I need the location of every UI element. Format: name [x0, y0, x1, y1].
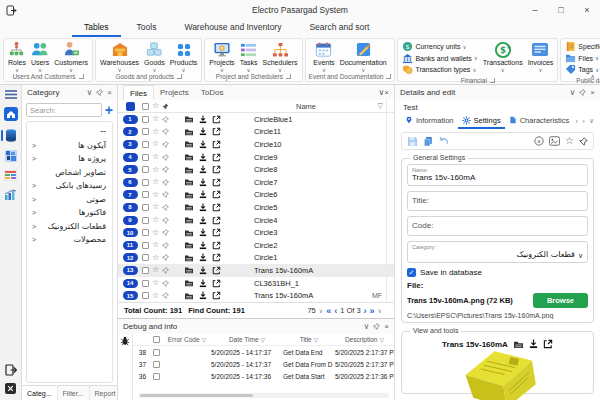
ribbon-button-warehouses[interactable]: Warehouses∨ [98, 40, 141, 73]
dialog-launcher-icon[interactable] [177, 74, 182, 79]
open-external-icon[interactable] [212, 178, 221, 187]
folder-icon[interactable] [184, 203, 194, 211]
undo-icon[interactable] [438, 136, 449, 146]
star-icon[interactable]: ☆ [152, 292, 159, 300]
star-icon[interactable]: ☆ [152, 191, 159, 199]
row-checkbox[interactable] [153, 349, 160, 356]
row-checkbox[interactable] [142, 166, 149, 173]
row-checkbox[interactable] [142, 217, 149, 224]
tab-report[interactable]: Report [90, 386, 122, 400]
folder-icon[interactable] [184, 128, 194, 136]
ribbon-tab-warehouse-and-inventory[interactable]: Warehouse and Inventory [172, 20, 293, 37]
ribbon-button-transactions[interactable]: $Transactions∨ [481, 40, 525, 73]
title-field[interactable]: Title: [407, 191, 588, 211]
folder-icon[interactable] [184, 241, 194, 249]
row-checkbox[interactable] [142, 154, 149, 161]
ribbon-button-invoices[interactable]: Invoices∨ [526, 40, 556, 73]
name-column-header[interactable]: Name [226, 102, 386, 111]
open-external-icon[interactable] [212, 165, 221, 174]
close-icon[interactable]: × [107, 88, 112, 97]
download-icon[interactable] [199, 216, 207, 225]
name-field[interactable]: Name: Trans 15v-160mA [407, 164, 588, 186]
ribbon-button-schedulers[interactable]: Schedulers∨ [261, 40, 300, 73]
row-checkbox[interactable] [142, 204, 149, 211]
tab-filters[interactable]: Filter... [58, 386, 90, 400]
tree-item-[interactable]: >رسیدهای بانکی [29, 179, 110, 193]
open-external-icon[interactable] [212, 203, 221, 212]
folder-icon[interactable] [184, 115, 194, 123]
table-row[interactable]: 3☆Circle10 [118, 138, 394, 151]
exit-icon[interactable] [5, 364, 17, 376]
bug-icon[interactable] [120, 336, 130, 400]
minimize-button[interactable]: – [522, 0, 548, 20]
pin-icon[interactable] [162, 280, 169, 287]
scrollbar-thumb[interactable] [140, 394, 253, 397]
folder-icon[interactable] [184, 254, 194, 262]
tab-projects[interactable]: Projects [154, 85, 195, 100]
star-icon[interactable]: ☆ [152, 102, 159, 110]
ribbon-tab-search-and-sort[interactable]: Search and sort [297, 20, 381, 37]
save-in-database-checkbox[interactable]: ✓ Save in database [407, 268, 588, 277]
table-row[interactable]: 13☆Trans 15v-160mA [118, 264, 394, 277]
row-checkbox[interactable] [153, 361, 160, 368]
horizontal-scrollbar[interactable] [138, 393, 389, 398]
last-page-button[interactable]: » [370, 306, 375, 316]
download-icon[interactable] [199, 228, 207, 237]
ribbon-button-projects[interactable]: Projects∨ [207, 40, 236, 73]
star-icon[interactable]: ☆ [152, 140, 159, 148]
copy-icon[interactable] [423, 136, 433, 147]
search-input[interactable] [26, 103, 102, 117]
pin-icon[interactable] [162, 116, 169, 123]
pin-icon[interactable] [162, 166, 169, 173]
tree-item-[interactable]: >قطعات الکترونیک [29, 220, 110, 234]
ribbon-button-documentation[interactable]: Documentation∨ [338, 40, 389, 73]
filter-icon[interactable]: ▽ [314, 336, 319, 343]
ribbon-button-tasks[interactable]: Tasks∨ [238, 40, 260, 73]
ribbon-button-roles[interactable]: Roles∨ [6, 40, 28, 73]
filter-icon[interactable]: ▽ [378, 102, 383, 110]
code-field[interactable]: Code: [407, 216, 588, 236]
tab-information[interactable]: Information [401, 113, 458, 129]
prev-page-button[interactable]: ‹ [334, 306, 337, 316]
folder-icon[interactable] [184, 266, 194, 274]
expander-icon[interactable]: > [29, 142, 39, 149]
tab-todos[interactable]: ToDos [195, 85, 230, 100]
ribbon-button-customers[interactable]: Customers∨ [52, 40, 90, 73]
ribbon-tab-tables[interactable]: Tables [72, 20, 121, 37]
open-external-icon[interactable] [212, 279, 221, 288]
dialog-launcher-icon[interactable] [490, 78, 495, 83]
star-icon[interactable]: ☆ [152, 203, 159, 211]
open-external-icon[interactable] [212, 190, 221, 199]
folder-icon[interactable] [184, 229, 194, 237]
menu-icon[interactable] [0, 90, 21, 99]
chevron-down-icon[interactable]: ∨ [569, 88, 575, 97]
row-checkbox[interactable] [142, 128, 149, 135]
dialog-launcher-icon[interactable] [79, 74, 84, 79]
row-checkbox[interactable] [142, 179, 149, 186]
ribbon-button-currency-units[interactable]: $Currency units∨ [402, 41, 477, 53]
add-category-button[interactable]: + [105, 104, 113, 116]
table-report-icon[interactable] [0, 170, 21, 181]
chevron-down-icon[interactable]: ∨ [319, 307, 323, 314]
folder-icon[interactable] [184, 191, 194, 199]
folder-icon[interactable] [184, 140, 194, 148]
debug-row[interactable]: 365/20/2025 - 14:17:36Get Data Start5/20… [133, 370, 394, 382]
close-icon[interactable]: × [384, 88, 389, 97]
pin-icon[interactable] [373, 323, 380, 330]
open-external-icon[interactable] [212, 253, 221, 262]
download-icon[interactable] [199, 140, 207, 149]
pin-icon[interactable] [579, 89, 586, 96]
folder-icon[interactable] [184, 178, 194, 186]
open-external-icon[interactable] [212, 140, 221, 149]
pin-icon[interactable] [162, 179, 169, 186]
table-row[interactable]: 11☆Circle2 [118, 239, 394, 252]
open-external-icon[interactable] [212, 266, 221, 275]
table-row[interactable]: 4☆Circle9 [118, 151, 394, 164]
tree-item-[interactable]: >محصولات [29, 233, 110, 247]
close-icon[interactable]: × [384, 322, 389, 331]
table-row[interactable]: 15☆Trans 15v-160mAMF [118, 289, 394, 302]
filter-icon[interactable]: ▽ [379, 336, 384, 343]
table-row[interactable]: 14☆CL3631BH_1 [118, 277, 394, 290]
tab-files[interactable]: Files [123, 85, 154, 100]
ribbon-button-files[interactable]: Files∨ [565, 53, 600, 65]
